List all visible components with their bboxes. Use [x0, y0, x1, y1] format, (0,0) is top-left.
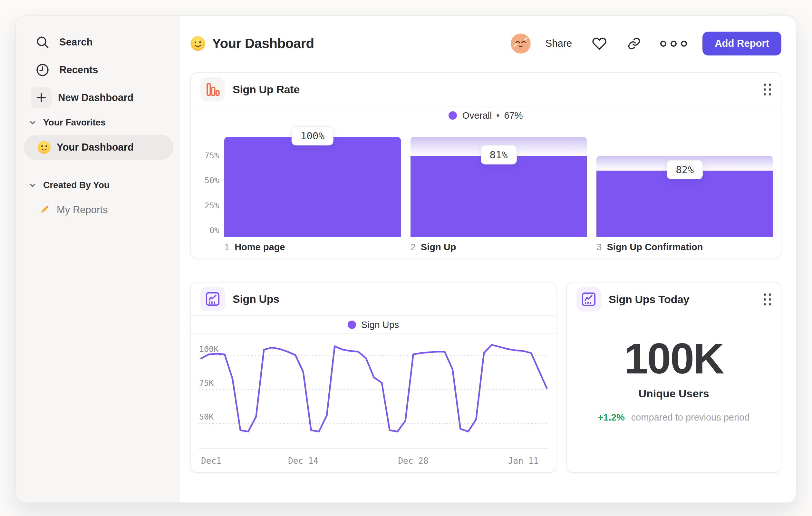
sidebar: Search Recents New Dashboard Your Favori… [16, 16, 180, 503]
sidebar-item-my-reports[interactable]: My Reports [24, 197, 173, 222]
card-title: Sign Ups Today [609, 293, 689, 306]
section-title: Your Favorites [43, 117, 106, 128]
legend-dot [348, 321, 356, 329]
chart-legend: Sign Ups [191, 316, 556, 334]
funnel-step: 81%2Sign Up [410, 137, 587, 252]
funnel-chart: 75%50%25%0% 100%1Home page81%2Sign Up82%… [191, 137, 781, 252]
stat-subtitle: Unique Users [638, 387, 709, 400]
funnel-step-label: 1Home page [224, 242, 401, 252]
sidebar-item-new-dashboard[interactable]: New Dashboard [24, 87, 173, 108]
funnel-step: 100%1Home page [224, 137, 401, 252]
stat-delta-row: +1.2% compared to previous period [598, 412, 750, 423]
drag-handle-icon[interactable] [764, 84, 771, 96]
sidebar-item-label: Search [59, 36, 92, 48]
main-content: Your Dashboard Share Add Report Sign Up … [180, 16, 796, 503]
sign-up-rate-card: Sign Up Rate Overall • 67% 75%50%25%0% 1… [190, 72, 781, 258]
chevron-down-icon [28, 181, 37, 189]
avatar[interactable] [511, 33, 531, 54]
heart-icon [592, 36, 607, 51]
add-report-button[interactable]: Add Report [702, 32, 781, 55]
sidebar-item-search[interactable]: Search [24, 32, 173, 53]
conversion-badge: 100% [292, 126, 334, 145]
funnel-bar [224, 137, 401, 237]
page-title: Your Dashboard [212, 36, 314, 51]
plus-icon [31, 87, 52, 108]
smiley-icon [37, 141, 51, 154]
funnel-bars: 100%1Home page81%2Sign Up82%3Sign Up Con… [224, 137, 773, 252]
card-header: Sign Up Rate [191, 73, 781, 106]
legend-separator: • [496, 110, 499, 121]
sidebar-item-label: Recents [59, 64, 98, 76]
copy-link-button[interactable] [627, 36, 642, 51]
card-header: Sign Ups [191, 282, 556, 316]
line-chart: 100K75K50K [191, 334, 556, 448]
card-title: Sign Up Rate [233, 83, 300, 96]
chevron-down-icon [28, 118, 37, 127]
legend-label: Sign Ups [361, 320, 399, 330]
conversion-badge: 81% [481, 145, 517, 164]
stat-delta-note: compared to previous period [631, 412, 750, 423]
app-window: Search Recents New Dashboard Your Favori… [16, 16, 796, 503]
funnel-bar-converted [410, 156, 587, 237]
sidebar-item-your-dashboard[interactable]: Your Dashboard [24, 135, 173, 160]
smiley-icon [190, 36, 206, 51]
funnel-step-label: 3Sign Up Confirmation [597, 242, 773, 252]
page-header: Your Dashboard Share Add Report [190, 31, 781, 56]
line-chart-icon [200, 287, 225, 311]
sidebar-item-recents[interactable]: Recents [24, 59, 173, 81]
x-axis-label: Dec 28 [398, 456, 428, 466]
svg-text:50K: 50K [199, 412, 214, 422]
line-chart-icon [576, 287, 601, 311]
legend-value: 67% [504, 110, 523, 121]
bar-chart-icon [200, 77, 225, 102]
sign-ups-card: Sign Ups Sign Ups 100K75K50K Dec1Dec 14D… [190, 282, 556, 473]
header-controls: Share Add Report [511, 32, 782, 55]
sidebar-item-label: Your Dashboard [57, 142, 134, 153]
section-your-favorites[interactable]: Your Favorites [28, 115, 173, 130]
more-options-button[interactable] [660, 40, 687, 47]
chart-legend: Overall • 67% [191, 106, 781, 125]
favorite-button[interactable] [592, 36, 607, 51]
y-axis-label: 0% [199, 226, 219, 235]
legend-dot [448, 111, 457, 120]
conversion-badge: 82% [667, 160, 703, 179]
x-axis-label: Dec 14 [288, 456, 318, 466]
sidebar-item-label: My Reports [57, 204, 108, 216]
y-axis-label: 25% [199, 201, 219, 210]
svg-text:75K: 75K [199, 378, 214, 388]
x-axis-label: Jan 11 [508, 456, 539, 466]
funnel-bar-converted [224, 137, 401, 237]
section-title: Created By You [43, 180, 110, 190]
stat-delta: +1.2% [598, 412, 625, 423]
share-button[interactable]: Share [546, 38, 572, 49]
y-axis-label: 75% [199, 151, 219, 160]
y-axis-label: 50% [199, 176, 219, 185]
pencil-icon [37, 203, 51, 217]
x-axis-label: Dec1 [201, 456, 221, 466]
sidebar-item-label: New Dashboard [58, 92, 134, 104]
x-axis: Dec1Dec 14Dec 28Jan 11 [199, 448, 548, 473]
funnel-step-label: 2Sign Up [410, 242, 587, 252]
stat-value: 100K [624, 335, 723, 382]
section-created-by-you[interactable]: Created By You [28, 178, 173, 193]
search-icon [32, 32, 53, 53]
y-axis: 75%50%25%0% [199, 137, 224, 252]
card-header: Sign Ups Today [567, 282, 781, 316]
sign-ups-today-card: Sign Ups Today 100K Unique Users +1.2% c… [566, 282, 781, 473]
drag-handle-icon[interactable] [764, 294, 771, 305]
funnel-step: 82%3Sign Up Confirmation [597, 137, 773, 252]
card-title: Sign Ups [233, 293, 279, 305]
legend-label: Overall [462, 110, 492, 121]
funnel-bar-converted [597, 171, 773, 237]
stat-body: 100K Unique Users +1.2% compared to prev… [567, 316, 781, 423]
link-icon [627, 37, 641, 50]
svg-text:100K: 100K [199, 345, 219, 354]
clock-icon [32, 60, 53, 80]
